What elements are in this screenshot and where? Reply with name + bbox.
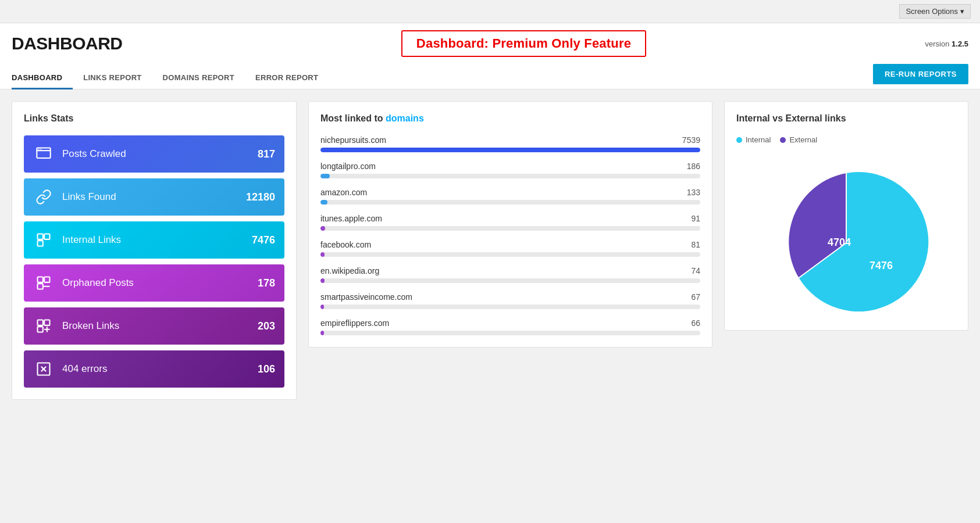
domain-bar-fill xyxy=(320,305,324,309)
domain-bar-bg xyxy=(320,226,700,231)
domain-count: 186 xyxy=(687,162,700,171)
rerun-btn-wrap: RE-RUN REPORTS xyxy=(873,64,968,89)
domain-row: nichepursuits.com 7539 xyxy=(320,135,700,152)
tab-error-report[interactable]: ERROR REPORT xyxy=(245,67,329,89)
svg-rect-9 xyxy=(44,277,49,282)
domain-count: 74 xyxy=(691,266,700,275)
stat-label-internal-links: Internal Links xyxy=(62,234,252,246)
domain-bar-fill xyxy=(320,148,700,152)
external-pie-label: 4704 xyxy=(828,237,851,248)
most-linked-card: Most linked to domains nichepursuits.com… xyxy=(308,101,712,348)
domain-name: amazon.com xyxy=(320,188,367,197)
screen-options-button[interactable]: Screen Options ▾ xyxy=(899,4,971,19)
legend-internal-label: Internal xyxy=(746,135,771,144)
domain-name: en.wikipedia.org xyxy=(320,266,379,275)
links-stats-card: Links Stats Posts Crawled 817 Links Foun… xyxy=(12,101,297,400)
domain-bar-fill xyxy=(320,226,325,231)
legend-internal: Internal xyxy=(736,135,771,144)
tab-domains-report[interactable]: DOMAINS REPORT xyxy=(152,67,245,89)
stat-label-404: 404 errors xyxy=(62,363,258,375)
most-linked-keyword: domains xyxy=(386,113,424,123)
browser-icon xyxy=(33,144,54,164)
domain-row: empireflippers.com 66 xyxy=(320,318,700,335)
domain-name: empireflippers.com xyxy=(320,318,389,328)
legend-external-label: External xyxy=(789,135,817,144)
stat-value-posts-crawled: 817 xyxy=(258,148,275,160)
domain-bar-bg xyxy=(320,252,700,257)
version-info: version 1.2.5 xyxy=(925,40,968,48)
domain-count: 91 xyxy=(691,214,700,223)
domain-bar-fill xyxy=(320,331,324,335)
stat-label-links-found: Links Found xyxy=(62,191,246,203)
domain-name: nichepursuits.com xyxy=(320,135,386,145)
svg-rect-14 xyxy=(38,327,43,332)
domain-row: itunes.apple.com 91 xyxy=(320,214,700,231)
main-content: Links Stats Posts Crawled 817 Links Foun… xyxy=(0,89,980,411)
domain-name: itunes.apple.com xyxy=(320,214,382,223)
domain-bar-bg xyxy=(320,331,700,335)
links-stats-title: Links Stats xyxy=(24,113,284,124)
tab-links-report[interactable]: LINKS REPORT xyxy=(73,67,152,89)
stat-internal-links[interactable]: Internal Links 7476 xyxy=(24,221,284,259)
nav-area: DASHBOARD LINKS REPORT DOMAINS REPORT ER… xyxy=(12,64,968,89)
broken-icon xyxy=(33,316,54,336)
domain-count: 67 xyxy=(691,292,700,302)
pie-chart-title: Internal vs External links xyxy=(736,113,956,124)
version-number: 1.2.5 xyxy=(952,40,968,48)
most-linked-prefix: Most linked to xyxy=(320,113,386,123)
svg-rect-5 xyxy=(38,234,43,239)
internal-icon xyxy=(33,230,54,250)
domain-bar-fill xyxy=(320,252,325,257)
svg-point-2 xyxy=(38,149,40,150)
pie-chart-card: Internal vs External links Internal Exte… xyxy=(724,101,968,331)
orphan-icon xyxy=(33,273,54,293)
svg-rect-6 xyxy=(44,234,49,239)
legend-external: External xyxy=(780,135,817,144)
domain-row: en.wikipedia.org 74 xyxy=(320,266,700,283)
pie-svg: 4704 7476 xyxy=(759,156,933,318)
stat-broken-links[interactable]: Broken Links 203 xyxy=(24,307,284,345)
internal-pie-label: 7476 xyxy=(869,260,893,271)
stat-value-404: 106 xyxy=(258,363,275,375)
stat-orphaned-posts[interactable]: Orphaned Posts 178 xyxy=(24,264,284,302)
stat-links-found[interactable]: Links Found 12180 xyxy=(24,178,284,216)
premium-banner: Dashboard: Premium Only Feature xyxy=(401,30,646,57)
domain-rows: nichepursuits.com 7539 longtailpro.com 1… xyxy=(320,135,700,335)
stat-value-links-found: 12180 xyxy=(246,191,275,203)
domain-bar-fill xyxy=(320,174,330,178)
most-linked-title: Most linked to domains xyxy=(320,113,700,124)
svg-rect-8 xyxy=(38,277,43,282)
domain-name: smartpassiveincome.com xyxy=(320,292,412,302)
pie-legend: Internal External xyxy=(736,135,956,144)
stat-label-posts-crawled: Posts Crawled xyxy=(62,148,258,160)
tab-dashboard[interactable]: DASHBOARD xyxy=(12,67,73,89)
pie-container: 4704 7476 xyxy=(736,156,956,318)
nav-tabs: DASHBOARD LINKS REPORT DOMAINS REPORT ER… xyxy=(12,67,329,89)
stat-label-orphaned-posts: Orphaned Posts xyxy=(62,277,258,289)
external-legend-dot xyxy=(780,137,786,143)
domain-row: longtailpro.com 186 xyxy=(320,162,700,178)
domain-bar-bg xyxy=(320,174,700,178)
domain-name: facebook.com xyxy=(320,240,371,249)
svg-rect-10 xyxy=(38,284,43,289)
domain-row: amazon.com 133 xyxy=(320,188,700,205)
svg-rect-12 xyxy=(38,320,43,325)
domain-name: longtailpro.com xyxy=(320,162,376,171)
rerun-reports-button[interactable]: RE-RUN REPORTS xyxy=(873,64,968,84)
version-label: version xyxy=(925,40,950,48)
stat-value-broken-links: 203 xyxy=(258,320,275,332)
domain-bar-fill xyxy=(320,278,325,283)
domain-row: smartpassiveincome.com 67 xyxy=(320,292,700,309)
stat-posts-crawled[interactable]: Posts Crawled 817 xyxy=(24,135,284,173)
links-icon xyxy=(33,187,54,207)
stat-404-errors[interactable]: 404 errors 106 xyxy=(24,350,284,388)
domain-count: 7539 xyxy=(682,135,700,145)
top-bar: Screen Options ▾ xyxy=(0,0,980,23)
screen-options-label: Screen Options xyxy=(906,7,958,16)
domain-bar-bg xyxy=(320,148,700,152)
domain-bar-bg xyxy=(320,305,700,309)
domain-count: 133 xyxy=(687,188,700,197)
chevron-down-icon: ▾ xyxy=(960,7,964,16)
domain-bar-fill xyxy=(320,200,327,205)
stat-value-orphaned-posts: 178 xyxy=(258,277,275,289)
